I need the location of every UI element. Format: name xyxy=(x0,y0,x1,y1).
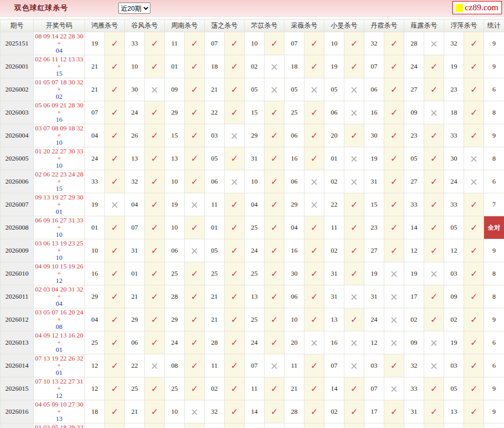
kill-number-cell: 07 xyxy=(125,216,145,239)
kill-mark-cell: ✓ xyxy=(225,354,245,377)
kill-mark-cell: × xyxy=(384,331,404,354)
header-expert-3: 荡之杀号 xyxy=(205,19,245,32)
kill-number-cell: 17 xyxy=(364,400,384,423)
draw-numbers-cell: 03 05 07 16 20 24 +08 xyxy=(34,308,85,331)
kill-mark-cell: ✓ xyxy=(145,239,165,262)
check-icon: ✓ xyxy=(231,407,238,417)
kill-mark-cell: × xyxy=(185,400,205,423)
kill-number-cell: 03 xyxy=(364,354,384,377)
kill-number-cell: 06 xyxy=(205,170,225,193)
kill-number-cell: 13 xyxy=(444,400,464,423)
cross-icon: × xyxy=(350,84,358,95)
check-icon: ✓ xyxy=(470,199,477,210)
kill-number-cell: 12 xyxy=(404,239,424,262)
kill-mark-cell: ✓ xyxy=(424,216,444,239)
cross-icon: × xyxy=(190,406,199,417)
kill-number-cell: 14 xyxy=(245,400,265,423)
draw-numbers-cell: 02 06 11 12 13 33 +15 xyxy=(34,55,85,78)
kill-number-cell: 16 xyxy=(324,331,344,354)
draw-numbers-cell: 03 07 08 09 18 32 +10 xyxy=(34,124,85,147)
kill-mark-cell: ✓ xyxy=(105,124,125,147)
check-icon: ✓ xyxy=(430,153,437,164)
kill-mark-cell: ✓ xyxy=(384,78,404,101)
check-icon: ✓ xyxy=(111,130,118,141)
stat-cell: 8 xyxy=(484,262,504,285)
kill-mark-cell: ✓ xyxy=(304,308,324,331)
check-icon: ✓ xyxy=(311,245,318,256)
check-icon: ✓ xyxy=(311,107,318,118)
kill-mark-cell: ✓ xyxy=(145,216,165,239)
kill-number-cell: 10 xyxy=(165,216,185,239)
page-title: 双色球红球杀号 xyxy=(14,4,68,13)
kill-mark-cell: × xyxy=(344,78,364,101)
kill-number-cell: 05 xyxy=(444,377,464,400)
kill-number-cell: 16 xyxy=(284,147,304,170)
kill-number-cell: 02 xyxy=(245,55,265,78)
draw-numbers-cell: 04 09 12 13 16 20 +01 xyxy=(34,331,85,354)
kill-number-cell: 32 xyxy=(125,170,145,193)
check-icon: ✓ xyxy=(470,130,477,141)
kill-number-cell: 19 xyxy=(165,193,185,216)
kill-number-cell: 16 xyxy=(85,262,105,285)
check-icon: ✓ xyxy=(111,176,118,187)
check-icon: ✓ xyxy=(191,268,198,279)
blue-ball: 12 xyxy=(35,277,83,284)
header-expert-8: 薤露杀号 xyxy=(404,19,444,32)
kill-mark-cell: ✓ xyxy=(265,147,284,170)
check-icon: ✓ xyxy=(430,176,437,187)
kill-mark-cell: ✓ xyxy=(185,377,205,400)
kill-mark-cell: ✓ xyxy=(464,354,484,377)
kill-mark-cell: ✓ xyxy=(464,216,484,239)
check-icon: ✓ xyxy=(311,407,318,417)
stat-cell: 8 xyxy=(484,285,504,308)
kill-mark-cell: ✓ xyxy=(384,239,404,262)
kill-number-cell: 22 xyxy=(324,193,344,216)
cross-icon: × xyxy=(111,199,119,210)
kill-number-cell: 33 xyxy=(444,124,464,147)
check-icon: ✓ xyxy=(151,407,158,417)
check-icon: ✓ xyxy=(151,130,158,141)
table-row: 202601407 13 19 22 26 32 +0112✓22×08✓11✓… xyxy=(1,354,504,377)
check-icon: ✓ xyxy=(311,314,318,325)
check-icon: ✓ xyxy=(350,268,358,279)
kill-number-cell: 01 xyxy=(85,216,105,239)
check-icon: ✓ xyxy=(390,61,398,72)
table-row: 202600903 06 13 19 23 25 +1010✓31✓06×05✓… xyxy=(1,239,504,262)
table-row: 202601701 03 05 18 29 32 +0420✓02✓24✓10✓… xyxy=(1,423,504,428)
check-icon: ✓ xyxy=(111,314,118,325)
kill-number-cell: 11 xyxy=(245,377,265,400)
kill-mark-cell: ✓ xyxy=(344,423,364,428)
kill-number-cell: 10 xyxy=(284,308,304,331)
draw-numbers-cell: 03 06 13 19 23 25 +10 xyxy=(34,239,85,262)
kill-mark-cell: ✓ xyxy=(105,262,125,285)
kill-number-cell: 06 xyxy=(284,124,304,147)
kill-mark-cell: ✓ xyxy=(344,239,364,262)
kill-mark-cell: ✓ xyxy=(344,308,364,331)
stat-cell: 9 xyxy=(484,377,504,400)
kill-number-cell: 19 xyxy=(364,262,384,285)
range-select[interactable]: 近20期 xyxy=(118,3,150,14)
kill-mark-cell: ✓ xyxy=(304,55,324,78)
header-expert-9: 浮萍杀号 xyxy=(444,19,484,32)
kill-mark-cell: ✓ xyxy=(225,239,245,262)
kill-mark-cell: × xyxy=(265,354,284,377)
stat-cell: 9 xyxy=(484,124,504,147)
kill-mark-cell: × xyxy=(344,354,364,377)
kill-number-cell: 02 xyxy=(404,308,424,331)
header-expert-5: 采薇杀号 xyxy=(284,19,324,32)
blue-ball: 12 xyxy=(35,392,83,399)
stat-cell: 9 xyxy=(484,423,504,428)
check-icon: ✓ xyxy=(390,245,398,256)
kill-mark-cell: ✓ xyxy=(304,239,324,262)
period-cell: 2026008 xyxy=(1,216,34,239)
stat-cell: 9 xyxy=(484,32,504,55)
kill-mark-cell: × xyxy=(225,124,245,147)
check-icon: ✓ xyxy=(231,107,238,118)
kill-number-cell: 14 xyxy=(404,216,424,239)
kill-mark-cell: ✓ xyxy=(185,285,205,308)
kill-number-cell: 21 xyxy=(205,285,225,308)
check-icon: ✓ xyxy=(311,268,318,279)
cross-icon: × xyxy=(390,383,398,394)
site-logo[interactable]: cz89.com xyxy=(452,1,502,14)
kill-mark-cell: ✓ xyxy=(185,170,205,193)
